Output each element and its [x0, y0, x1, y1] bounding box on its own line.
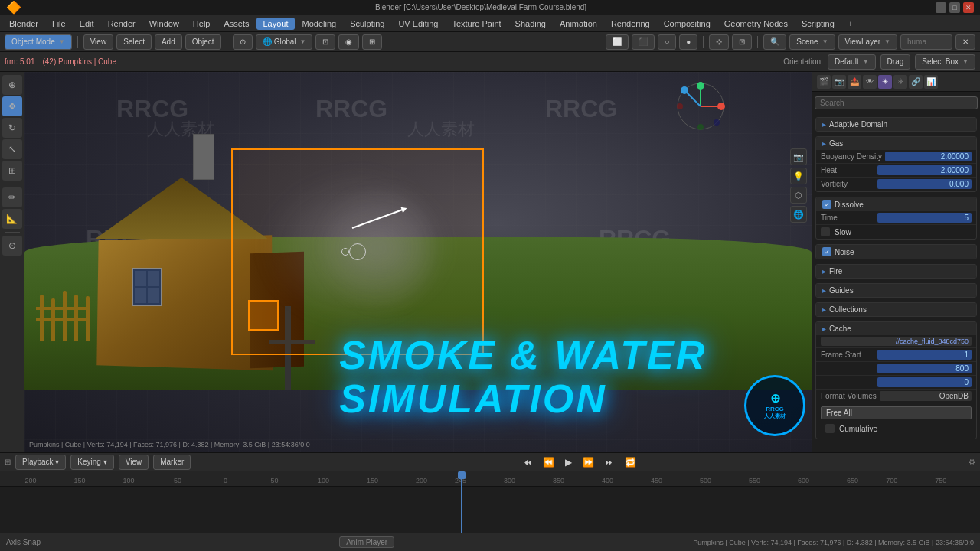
anim-player-btn[interactable]: Anim Player	[339, 536, 394, 548]
drag-btn[interactable]: Drag	[880, 54, 911, 70]
view-menu-timeline[interactable]: View	[119, 455, 149, 470]
tool-cursor[interactable]: ⊕	[2, 75, 22, 95]
panel-icon-constraints[interactable]: 🔗	[909, 75, 923, 89]
menu-uv-editing[interactable]: UV Editing	[392, 18, 444, 30]
scene-selector[interactable]: Scene ▼	[789, 34, 835, 50]
search-input[interactable]	[907, 37, 946, 46]
frame-start-value[interactable]: 1	[877, 350, 972, 360]
gizmo-toggle[interactable]: ⊹	[709, 34, 729, 50]
frame-end-value[interactable]: 800	[877, 364, 972, 373]
tool-scale[interactable]: ⤡	[2, 139, 22, 159]
menu-geometry-nodes[interactable]: Geometry Nodes	[718, 18, 794, 30]
noise-header[interactable]: ✓ Noise	[816, 245, 976, 259]
dissolve-time-value[interactable]: 5	[877, 213, 972, 223]
fire-header[interactable]: ▸ Fire	[816, 265, 976, 278]
cache-path-value[interactable]: //cache_fluid_848cd750	[821, 337, 972, 346]
vorticity-value[interactable]: 0.000	[877, 179, 972, 189]
menu-scripting[interactable]: Scripting	[795, 18, 841, 30]
panel-icon-particles[interactable]: ✳	[878, 75, 892, 89]
menu-texture-paint[interactable]: Texture Paint	[446, 18, 507, 30]
menu-layout[interactable]: Layout	[256, 18, 294, 30]
adaptive-domain-header[interactable]: ▸ Adaptive Domain	[816, 118, 976, 131]
buoyancy-density-value[interactable]: 2.00000	[885, 152, 972, 161]
next-frame-btn[interactable]: ⏩	[580, 455, 597, 469]
view-menu[interactable]: View	[83, 34, 114, 50]
slow-checkbox[interactable]	[821, 227, 830, 236]
viewport-shading-wire[interactable]: ⬜	[606, 34, 629, 50]
close-button[interactable]: ✕	[963, 2, 974, 13]
select-box-btn[interactable]: Select Box ▼	[915, 54, 975, 70]
mode-selector[interactable]: Object Mode ▼	[5, 34, 72, 50]
menu-file[interactable]: File	[46, 18, 72, 30]
world-tool[interactable]: 🌐	[790, 206, 807, 223]
transform-pivot[interactable]: ⊙	[233, 34, 253, 50]
skip-end-btn[interactable]: ⏭	[602, 455, 617, 469]
dissolve-header[interactable]: ✓ Dissolve	[816, 197, 976, 211]
tool-annotate[interactable]: ✏	[2, 187, 22, 207]
proportional-edit[interactable]: ◉	[338, 34, 359, 50]
minimize-button[interactable]: ─	[936, 2, 946, 13]
viewport-shading-render[interactable]: ●	[679, 34, 697, 50]
add-menu[interactable]: Add	[155, 34, 182, 50]
free-all-btn[interactable]: Free All	[821, 406, 972, 419]
panel-icon-physics[interactable]: ⚛	[893, 75, 907, 89]
noise-checkbox[interactable]: ✓	[822, 247, 831, 256]
viewlayer-selector[interactable]: ViewLayer ▼	[838, 34, 897, 50]
panel-icon-scene[interactable]: 🎬	[817, 75, 831, 89]
marker-menu[interactable]: Marker	[153, 455, 191, 470]
menu-add[interactable]: +	[842, 18, 859, 30]
transform-global[interactable]: 🌐 Global ▼	[256, 34, 313, 50]
heat-value[interactable]: 2.00000	[877, 165, 972, 175]
object-menu[interactable]: Object	[185, 34, 221, 50]
menu-compositing[interactable]: Compositing	[658, 18, 717, 30]
collections-header[interactable]: ▸ Collections	[816, 303, 976, 316]
close-search[interactable]: ✕	[956, 34, 975, 50]
cumulative-checkbox[interactable]	[825, 424, 835, 433]
format-value[interactable]: OpenDB	[880, 391, 972, 401]
menu-sculpting[interactable]: Sculpting	[344, 18, 390, 30]
tool-measure[interactable]: 📐	[2, 209, 22, 229]
menu-animation[interactable]: Animation	[554, 18, 603, 30]
render-region[interactable]: ⬡	[790, 187, 807, 204]
overlay-toggle[interactable]: ⊡	[732, 34, 752, 50]
panel-icon-output[interactable]: 📤	[848, 75, 861, 89]
menu-edit[interactable]: Edit	[74, 18, 100, 30]
search-btn[interactable]: 🔍	[763, 34, 786, 50]
menu-help[interactable]: Help	[187, 18, 217, 30]
playback-menu[interactable]: Playback ▾	[15, 455, 66, 470]
maximize-button[interactable]: □	[949, 2, 960, 13]
tool-rotate[interactable]: ↻	[2, 118, 22, 138]
select-menu[interactable]: Select	[116, 34, 152, 50]
prev-frame-btn[interactable]: ⏪	[540, 455, 557, 469]
viewport-mini-gizmo[interactable]	[674, 80, 735, 141]
timeline-body[interactable]: -200 -150 -100 -50 0 50 100 150 200 245 …	[0, 471, 980, 533]
orientation-selector[interactable]: Default ▼	[828, 54, 876, 70]
viewport[interactable]: RRCG RRCG RRCG RRCG RRCG 人人素材 人人素材 人人素材 …	[24, 72, 812, 452]
menu-render[interactable]: Render	[102, 18, 142, 30]
viewport-shading-solid[interactable]: ⬛	[632, 34, 655, 50]
menu-window[interactable]: Window	[143, 18, 185, 30]
tool-transform[interactable]: ⊞	[2, 161, 22, 181]
mirror-toggle[interactable]: ⊞	[362, 34, 382, 50]
cache-header[interactable]: ▸ Cache	[816, 322, 976, 335]
search-filter[interactable]	[900, 34, 952, 50]
timeline-header-icon[interactable]: ⊞	[5, 458, 11, 466]
viewport-shading-material[interactable]: ○	[658, 34, 676, 50]
guides-header[interactable]: ▸ Guides	[816, 284, 976, 297]
gas-header[interactable]: ▸ Gas	[816, 137, 976, 150]
timeline-settings[interactable]: ⚙	[969, 458, 975, 466]
panel-icon-view[interactable]: 👁	[863, 75, 877, 89]
dissolve-checkbox[interactable]: ✓	[822, 200, 831, 209]
panel-icon-render[interactable]: 📷	[832, 75, 846, 89]
snap-toggle[interactable]: ⊡	[315, 34, 335, 50]
timeline-playhead[interactable]	[461, 471, 462, 533]
camera-tool[interactable]: 📷	[790, 148, 807, 165]
play-btn[interactable]: ▶	[562, 455, 575, 469]
panel-icon-data[interactable]: 📊	[924, 75, 938, 89]
frame-offset-value[interactable]: 0	[877, 377, 972, 387]
tool-add[interactable]: ⊙	[2, 236, 22, 256]
keying-menu[interactable]: Keying ▾	[70, 455, 113, 470]
panel-search-input[interactable]	[815, 96, 978, 109]
menu-shading[interactable]: Shading	[509, 18, 552, 30]
skip-start-btn[interactable]: ⏮	[520, 455, 535, 469]
